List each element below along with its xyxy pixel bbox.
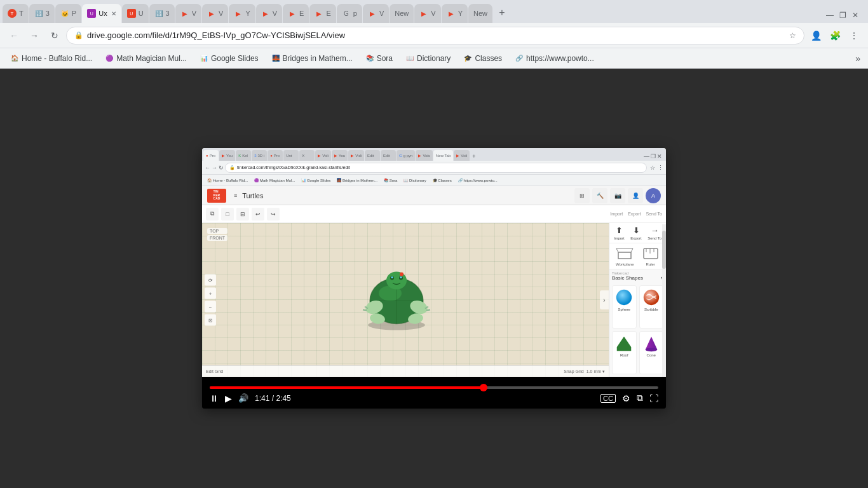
tab-favicon-v5: ▶: [419, 9, 428, 18]
close-button[interactable]: ✕: [850, 10, 860, 20]
current-time: 1:41: [255, 394, 269, 403]
url-text: drive.google.com/file/d/1rM9Q_EtBS-IVp_g…: [87, 30, 345, 40]
tab-label-v5: V: [431, 10, 435, 17]
tab-y1[interactable]: ▶ Y: [229, 4, 255, 23]
reload-button[interactable]: ↻: [46, 27, 64, 44]
back-button[interactable]: ←: [5, 27, 23, 44]
fullscreen-button[interactable]: ⛶: [649, 393, 658, 403]
tc-delete-btn: □: [221, 208, 234, 220]
tab-3[interactable]: 🔢 3: [29, 4, 55, 23]
tc-workplane-item: Workplane: [615, 246, 634, 266]
scribble-visual: [642, 288, 661, 306]
tab-e1[interactable]: ▶ E: [283, 4, 309, 23]
inner-tab-bar: ●Pro ▶You KKel 33D i ●Pro: [202, 148, 666, 161]
bookmark-dictionary[interactable]: 📖 Dictionary: [400, 52, 456, 65]
video-player[interactable]: ●Pro ▶You KKel 33D i ●Pro: [202, 148, 666, 409]
tab-v3[interactable]: ▶ V: [256, 4, 282, 23]
bookmark-powto[interactable]: 🔗 https://www.powto...: [510, 52, 599, 65]
svg-rect-25: [644, 248, 658, 259]
export-glyph: ⬇: [633, 226, 640, 235]
bookmarks-more-button[interactable]: »: [853, 51, 863, 66]
tab-favicon-e2: ▶: [315, 9, 323, 18]
tc-shape-grid: Sphere: [609, 283, 666, 377]
account-icon[interactable]: 👤: [807, 27, 825, 44]
address-bar[interactable]: 🔒 drive.google.com/file/d/1rM9Q_EtBS-IVp…: [66, 27, 804, 44]
tab-label-v4: V: [379, 10, 384, 17]
tab-ux[interactable]: U Ux ✕: [82, 4, 121, 23]
inner-address-bar: 🔒 tinkercad.com/things/iXvaD9oXXik-grand…: [225, 163, 647, 173]
settings-button[interactable]: ⚙: [622, 393, 630, 403]
bookmark-classes-favicon: 🎓: [463, 54, 472, 63]
inner-tab-you2: ▶You: [332, 150, 348, 161]
bookmark-classes[interactable]: 🎓 Classes: [458, 52, 507, 65]
forward-button[interactable]: →: [25, 27, 43, 44]
tc-expand-btn[interactable]: ›: [600, 290, 609, 309]
bookmark-sora-label: Sora: [377, 54, 393, 63]
bookmark-bridges[interactable]: 🌉 Bridges in Mathem...: [266, 52, 358, 65]
tab-v4[interactable]: ▶ V: [363, 4, 389, 23]
tc-shape-roof: Roof: [612, 331, 637, 374]
sendto-glyph: →: [651, 226, 659, 235]
new-tab-button[interactable]: +: [493, 4, 511, 22]
tab-t[interactable]: T T: [3, 4, 29, 23]
tab-new1[interactable]: New: [390, 4, 414, 23]
tab-32[interactable]: 🔢 3: [149, 4, 175, 23]
tab-v5[interactable]: ▶ V: [414, 4, 440, 23]
maximize-button[interactable]: ❐: [837, 10, 848, 20]
toolbar-right: 👤 🧩 ⋮: [807, 27, 863, 44]
progress-bar[interactable]: [210, 386, 658, 389]
tab-v1[interactable]: ▶ V: [175, 4, 201, 23]
tab-p[interactable]: 🐱 P: [55, 4, 81, 23]
tab-u2[interactable]: U U: [122, 4, 149, 23]
tinkercad-main-area: TOP FRONT ⟳ + − ⊡: [202, 223, 666, 377]
turtle-figure: [352, 262, 441, 332]
tab-favicon-3: 🔢: [34, 9, 43, 18]
navigation-toolbar: ← → ↻ 🔒 drive.google.com/file/d/1rM9Q_Et…: [0, 23, 868, 48]
extensions-icon[interactable]: 🧩: [826, 27, 844, 44]
svg-point-11: [400, 273, 403, 276]
tab-label-v3: V: [273, 10, 277, 17]
tc-rotate-btn: ⟳: [205, 274, 216, 286]
tc-import: Import: [610, 212, 623, 216]
menu-icon[interactable]: ⋮: [845, 27, 863, 44]
tab-favicon-u2: U: [127, 9, 136, 18]
tc-edit-grid-label: Edit Grid: [206, 369, 223, 374]
tinkercad-top-actions: Import Export Send To: [610, 212, 662, 216]
tab-close-ux[interactable]: ✕: [111, 10, 116, 17]
miniplayer-button[interactable]: ⧉: [637, 393, 643, 403]
bookmark-math[interactable]: 🟣 Math Magician Mul...: [100, 52, 192, 65]
svg-point-30: [644, 290, 659, 305]
svg-point-10: [400, 276, 402, 278]
inner-bm-math: 🟣 Math Magician Mul...: [252, 177, 297, 184]
minimize-button[interactable]: —: [825, 10, 835, 20]
tc-fit-btn: ⊡: [205, 315, 216, 326]
tc-zoom-in-btn: +: [205, 288, 216, 299]
svg-point-34: [645, 348, 657, 352]
cc-button[interactable]: CC: [600, 394, 616, 403]
inner-tab-vid3: ▶Vids: [416, 150, 433, 161]
volume-button[interactable]: 🔊: [238, 393, 248, 403]
tc-workplane-label: Workplane: [616, 262, 634, 266]
pause-button[interactable]: ⏸: [210, 393, 219, 403]
bookmark-home[interactable]: 🏠 Home - Buffalo Rid...: [5, 52, 97, 65]
bookmark-sora[interactable]: 📚 Sora: [360, 52, 398, 65]
bookmarks-bar: 🏠 Home - Buffalo Rid... 🟣 Math Magician …: [0, 48, 868, 69]
tab-e2[interactable]: ▶ E: [309, 4, 336, 23]
bookmark-slides[interactable]: 📊 Google Slides: [194, 52, 264, 65]
tc-shape-header: Tinkercad Basic Shapes ▾: [609, 269, 666, 283]
tab-favicon-v4: ▶: [368, 9, 377, 18]
cone-label: Cone: [647, 353, 656, 357]
tab-new2[interactable]: New: [468, 4, 492, 23]
tc-scrollbar-thumb[interactable]: [662, 231, 666, 269]
tab-v2[interactable]: ▶ V: [202, 4, 228, 23]
bookmark-math-label: Math Magician Mul...: [116, 54, 187, 63]
inner-tab-pro: ●Pro: [203, 150, 219, 161]
tab-y2[interactable]: ▶ Y: [442, 4, 468, 23]
play-button[interactable]: ▶: [225, 393, 232, 403]
tc-dup-btn: ⊟: [236, 208, 249, 220]
bookmark-star-icon[interactable]: ☆: [789, 31, 796, 40]
tab-gp[interactable]: G p: [337, 4, 362, 23]
tinkercad-toolbar: ⧉ □ ⊟ ↩ ↪ Import Export Send To: [202, 205, 666, 223]
tinkercad-header: TINKERCAD ≡ Turtles ⊞ 🔨 📷 👤 A: [202, 186, 666, 205]
tc-zoom-out-btn: −: [205, 301, 216, 313]
